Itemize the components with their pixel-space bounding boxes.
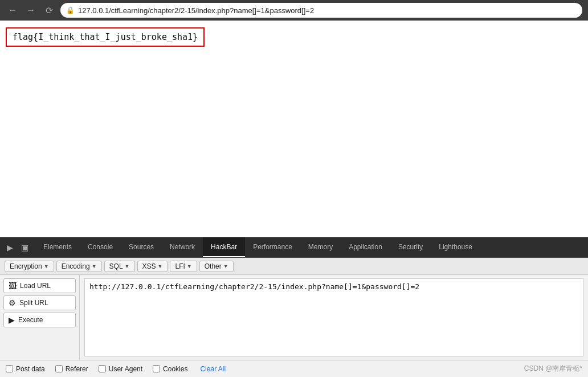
clear-all-button[interactable]: Clear All — [200, 365, 226, 373]
encryption-menu[interactable]: Encryption ▼ — [5, 261, 54, 272]
user-agent-check[interactable]: User Agent — [99, 365, 142, 373]
sql-dropdown-icon: ▼ — [125, 264, 130, 269]
referer-check[interactable]: Referer — [55, 365, 88, 373]
cookies-checkbox[interactable] — [153, 365, 160, 372]
flag-display: flag{I_think_that_I_just_broke_sha1} — [6, 27, 205, 47]
encoding-dropdown-icon: ▼ — [92, 264, 97, 269]
hackbar-content: Encryption ▼ Encoding ▼ SQL ▼ XSS ▼ LFI … — [0, 258, 588, 377]
post-data-check[interactable]: Post data — [6, 365, 45, 373]
lfi-dropdown-icon: ▼ — [187, 264, 192, 269]
tab-application[interactable]: Application — [341, 237, 390, 257]
address-bar[interactable]: 🔒 127.0.0.1/ctfLearning/chapter2/2-15/in… — [60, 3, 582, 18]
lock-icon: 🔒 — [66, 6, 75, 14]
csdn-watermark: CSDN @南岸青栀* — [524, 364, 582, 374]
devtools-tab-bar: ▶ ▣ Elements Console Sources Network Hac… — [0, 237, 588, 258]
other-menu[interactable]: Other ▼ — [199, 261, 234, 272]
tab-hackbar[interactable]: HackBar — [203, 237, 245, 257]
execute-button[interactable]: ▶ Execute — [3, 313, 76, 327]
devtools-icon-group: ▶ ▣ — [0, 237, 35, 257]
hackbar-main: 🖼 Load URL ⚙ Split URL ▶ Execute — [0, 275, 588, 360]
hackbar-sidebar: 🖼 Load URL ⚙ Split URL ▶ Execute — [0, 275, 80, 360]
cookies-check[interactable]: Cookies — [153, 365, 187, 373]
tab-security[interactable]: Security — [390, 237, 431, 257]
hackbar-url-area — [80, 275, 588, 360]
encoding-menu[interactable]: Encoding ▼ — [56, 261, 102, 272]
hackbar-check-row: Post data Referer User Agent Cookies Cle… — [0, 360, 588, 377]
url-text: 127.0.0.1/ctfLearning/chapter2/2-15/inde… — [78, 6, 314, 15]
user-agent-checkbox[interactable] — [99, 365, 106, 372]
url-input[interactable] — [84, 278, 583, 356]
tab-elements[interactable]: Elements — [35, 237, 80, 257]
tab-console[interactable]: Console — [80, 237, 121, 257]
referer-checkbox[interactable] — [55, 365, 63, 372]
mobile-icon[interactable]: ▣ — [19, 242, 31, 253]
tab-performance[interactable]: Performance — [245, 237, 300, 257]
tab-lighthouse[interactable]: Lighthouse — [431, 237, 480, 257]
other-dropdown-icon: ▼ — [223, 264, 228, 269]
cursor-icon[interactable]: ▶ — [5, 242, 15, 253]
devtools-panel: ▶ ▣ Elements Console Sources Network Hac… — [0, 237, 588, 377]
load-url-icon: 🖼 — [9, 281, 17, 290]
xss-menu[interactable]: XSS ▼ — [137, 261, 168, 272]
browser-toolbar: ← → ⟳ 🔒 127.0.0.1/ctfLearning/chapter2/2… — [0, 0, 588, 21]
page-content: flag{I_think_that_I_just_broke_sha1} — [0, 21, 588, 237]
tab-sources[interactable]: Sources — [121, 237, 162, 257]
forward-button[interactable]: → — [24, 3, 38, 17]
split-url-icon: ⚙ — [9, 298, 16, 307]
tab-memory[interactable]: Memory — [300, 237, 341, 257]
flag-text: flag{I_think_that_I_just_broke_sha1} — [13, 32, 198, 42]
execute-icon: ▶ — [9, 315, 15, 325]
lfi-menu[interactable]: LFI ▼ — [170, 261, 197, 272]
hackbar-toolbar: Encryption ▼ Encoding ▼ SQL ▼ XSS ▼ LFI … — [0, 258, 588, 275]
post-data-checkbox[interactable] — [6, 365, 13, 372]
split-url-button[interactable]: ⚙ Split URL — [3, 295, 76, 310]
xss-dropdown-icon: ▼ — [158, 264, 163, 269]
back-button[interactable]: ← — [6, 3, 19, 17]
tab-network[interactable]: Network — [162, 237, 203, 257]
reload-button[interactable]: ⟳ — [42, 3, 56, 17]
sql-menu[interactable]: SQL ▼ — [104, 261, 135, 272]
load-url-button[interactable]: 🖼 Load URL — [3, 278, 76, 293]
encryption-dropdown-icon: ▼ — [44, 264, 49, 269]
